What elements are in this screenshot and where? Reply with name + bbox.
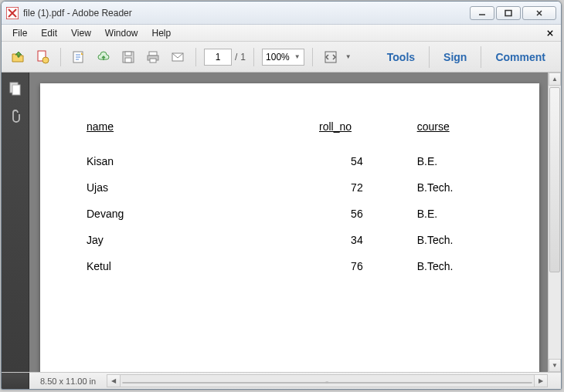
scroll-left-arrow-icon[interactable]: ◀: [107, 375, 121, 387]
vscroll-track[interactable]: [549, 86, 561, 359]
cell-name: Ujas: [87, 174, 290, 201]
cell-roll: 54: [290, 148, 363, 174]
cell-course: B.Tech.: [363, 227, 493, 253]
content-area: name roll_no course Kisan54B.E.Ujas72B.T…: [2, 73, 561, 372]
hscroll-thumb[interactable]: ≡: [122, 382, 532, 384]
document-scroll[interactable]: name roll_no course Kisan54B.E.Ujas72B.T…: [29, 73, 548, 372]
table-row: Kisan54B.E.: [87, 148, 493, 174]
header-roll: roll_no: [290, 120, 363, 148]
svg-rect-8: [125, 58, 131, 63]
zoom-value: 100%: [266, 52, 290, 63]
cell-name: Jay: [87, 227, 290, 253]
header-course: course: [363, 120, 493, 148]
open-file-button[interactable]: [8, 47, 28, 67]
menu-help[interactable]: Help: [146, 26, 178, 40]
svg-rect-9: [149, 52, 157, 56]
cell-roll: 34: [290, 227, 363, 253]
cell-course: B.E.: [363, 148, 493, 174]
scroll-right-arrow-icon[interactable]: ▶: [534, 375, 547, 387]
window-title: file (1).pdf - Adobe Reader: [23, 8, 132, 19]
svg-rect-13: [325, 52, 336, 63]
app-window: file (1).pdf - Adobe Reader File Edit Vi…: [1, 1, 562, 390]
toolbar: / 1 100% ▼ ▼ Tools Sign Comment: [2, 42, 561, 73]
cell-name: Ketul: [87, 253, 290, 279]
close-button[interactable]: [522, 6, 556, 20]
titlebar[interactable]: file (1).pdf - Adobe Reader: [2, 2, 561, 25]
document-viewport: name roll_no course Kisan54B.E.Ujas72B.T…: [29, 73, 561, 372]
table-row: Ujas72B.Tech.: [87, 174, 493, 201]
create-pdf-button[interactable]: [32, 47, 53, 67]
table-row: Ketul76B.Tech.: [87, 253, 493, 279]
save-button[interactable]: [118, 47, 138, 67]
print-button[interactable]: [143, 47, 163, 67]
horizontal-scrollbar[interactable]: ◀ ≡ ▶: [107, 374, 548, 387]
thumbnails-panel-button[interactable]: [7, 80, 24, 97]
adobe-reader-icon: [6, 7, 19, 19]
vscroll-thumb[interactable]: [549, 87, 560, 272]
cell-course: B.Tech.: [363, 174, 493, 201]
menu-window[interactable]: Window: [99, 26, 144, 40]
cell-name: Kisan: [87, 148, 290, 174]
pdf-page: name roll_no course Kisan54B.E.Ujas72B.T…: [40, 83, 539, 372]
cell-roll: 72: [290, 174, 363, 201]
scroll-up-arrow-icon[interactable]: ▲: [549, 73, 561, 86]
menubar: File Edit View Window Help: [2, 25, 561, 42]
document-close-button[interactable]: [544, 27, 556, 39]
window-controls: [470, 6, 556, 20]
maximize-button[interactable]: [496, 6, 521, 20]
tools-panel-button[interactable]: Tools: [378, 46, 424, 68]
page-dimensions: 8.50 x 11.00 in: [29, 377, 107, 386]
statusbar: 8.50 x 11.00 in ◀ ≡ ▶: [2, 372, 561, 389]
page-nav: / 1: [204, 49, 246, 66]
scroll-down-arrow-icon[interactable]: ▼: [549, 359, 561, 372]
page-number-input[interactable]: [204, 49, 232, 66]
svg-rect-11: [150, 59, 156, 63]
attachments-panel-button[interactable]: [7, 108, 24, 125]
cell-course: B.Tech.: [363, 253, 493, 279]
header-name: name: [87, 120, 290, 148]
cell-course: B.E.: [363, 201, 493, 227]
menu-view[interactable]: View: [65, 26, 97, 40]
menu-edit[interactable]: Edit: [35, 26, 63, 40]
comment-panel-button[interactable]: Comment: [486, 46, 555, 68]
menu-file[interactable]: File: [6, 26, 33, 40]
email-button[interactable]: [168, 47, 188, 67]
svg-rect-2: [505, 10, 511, 15]
read-mode-dropdown-icon[interactable]: ▼: [345, 53, 352, 60]
data-table: name roll_no course Kisan54B.E.Ujas72B.T…: [87, 120, 493, 279]
read-mode-button[interactable]: [321, 47, 341, 67]
minimize-button[interactable]: [470, 6, 494, 20]
page-separator: /: [235, 52, 237, 63]
cell-roll: 56: [290, 201, 363, 227]
convert-button[interactable]: [69, 47, 89, 67]
cell-roll: 76: [290, 253, 363, 279]
sign-panel-button[interactable]: Sign: [434, 46, 476, 68]
cloud-button[interactable]: [93, 47, 114, 67]
page-total: 1: [240, 52, 246, 63]
table-row: Devang56B.E.: [87, 201, 493, 227]
chevron-down-icon: ▼: [294, 53, 301, 60]
vertical-scrollbar[interactable]: ▲ ▼: [548, 73, 561, 372]
svg-rect-7: [125, 52, 131, 56]
cell-name: Devang: [87, 201, 290, 227]
svg-point-4: [42, 57, 49, 63]
left-nav-rail: [2, 73, 29, 372]
table-row: Jay34B.Tech.: [87, 227, 493, 253]
svg-rect-15: [12, 85, 20, 95]
zoom-select[interactable]: 100% ▼: [262, 49, 304, 66]
